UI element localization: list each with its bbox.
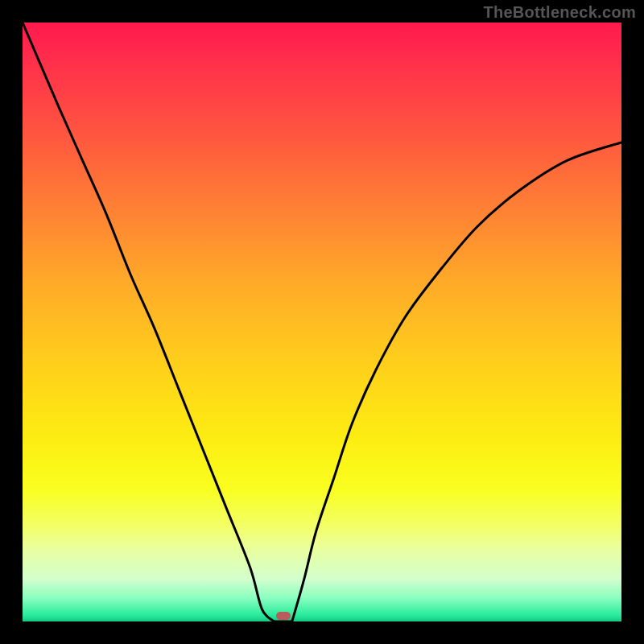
plot-area — [23, 23, 621, 621]
bottleneck-marker — [276, 612, 291, 620]
chart-frame: TheBottleneck.com — [0, 0, 644, 644]
bottleneck-curve — [23, 23, 621, 621]
watermark-text: TheBottleneck.com — [483, 3, 636, 22]
